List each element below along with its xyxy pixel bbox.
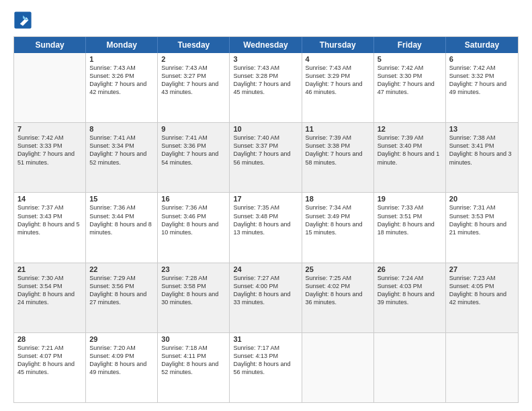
cell-info: Sunrise: 7:36 AMSunset: 3:46 PMDaylight:… [161,203,226,236]
calendar-row: 1 Sunrise: 7:43 AMSunset: 3:26 PMDayligh… [14,53,518,123]
calendar-cell: 31 Sunrise: 7:17 AMSunset: 4:13 PMDaylig… [230,333,302,402]
cell-info: Sunrise: 7:30 AMSunset: 3:54 PMDaylight:… [17,274,82,307]
header-day: Thursday [302,37,374,53]
cell-info: Sunrise: 7:41 AMSunset: 3:36 PMDaylight:… [161,134,226,167]
day-number: 9 [161,125,226,133]
cell-info: Sunrise: 7:38 AMSunset: 3:41 PMDaylight:… [449,134,515,167]
calendar-row: 28 Sunrise: 7:21 AMSunset: 4:07 PMDaylig… [14,333,518,402]
day-number: 31 [233,335,298,343]
cell-info: Sunrise: 7:42 AMSunset: 3:32 PMDaylight:… [449,64,515,97]
calendar-cell: 18 Sunrise: 7:34 AMSunset: 3:49 PMDaylig… [302,193,374,262]
calendar-row: 7 Sunrise: 7:42 AMSunset: 3:33 PMDayligh… [14,123,518,193]
cell-info: Sunrise: 7:20 AMSunset: 4:09 PMDaylight:… [89,344,154,377]
day-number: 16 [161,195,226,203]
calendar-cell: 4 Sunrise: 7:43 AMSunset: 3:29 PMDayligh… [302,53,374,122]
cell-info: Sunrise: 7:43 AMSunset: 3:27 PMDaylight:… [161,64,226,97]
day-number: 23 [161,265,226,273]
day-number: 26 [378,265,442,273]
day-number: 12 [378,125,442,133]
cell-info: Sunrise: 7:41 AMSunset: 3:34 PMDaylight:… [89,134,154,167]
calendar-cell: 13 Sunrise: 7:38 AMSunset: 3:41 PMDaylig… [446,123,518,192]
header [13,11,519,30]
header-day: Wednesday [230,37,302,53]
header-day: Sunday [14,37,86,53]
day-number: 14 [17,195,82,203]
cell-info: Sunrise: 7:43 AMSunset: 3:28 PMDaylight:… [233,64,298,97]
day-number: 15 [89,195,154,203]
header-day: Saturday [446,37,518,53]
cell-info: Sunrise: 7:43 AMSunset: 3:29 PMDaylight:… [306,64,370,97]
calendar-cell: 7 Sunrise: 7:42 AMSunset: 3:33 PMDayligh… [14,123,86,192]
calendar-cell [302,333,374,402]
cell-info: Sunrise: 7:25 AMSunset: 4:02 PMDaylight:… [306,274,370,307]
calendar-cell: 29 Sunrise: 7:20 AMSunset: 4:09 PMDaylig… [86,333,158,402]
cell-info: Sunrise: 7:29 AMSunset: 3:56 PMDaylight:… [89,274,154,307]
cell-info: Sunrise: 7:40 AMSunset: 3:37 PMDaylight:… [233,134,298,167]
calendar-cell: 26 Sunrise: 7:24 AMSunset: 4:03 PMDaylig… [374,263,446,332]
day-number: 27 [449,265,515,273]
day-number: 29 [89,335,154,343]
calendar-cell: 11 Sunrise: 7:39 AMSunset: 3:38 PMDaylig… [302,123,374,192]
day-number: 18 [306,195,370,203]
calendar-cell: 25 Sunrise: 7:25 AMSunset: 4:02 PMDaylig… [302,263,374,332]
calendar-cell: 30 Sunrise: 7:18 AMSunset: 4:11 PMDaylig… [158,333,230,402]
day-number: 8 [89,125,154,133]
cell-info: Sunrise: 7:18 AMSunset: 4:11 PMDaylight:… [161,344,226,377]
cell-info: Sunrise: 7:37 AMSunset: 3:43 PMDaylight:… [17,203,82,236]
calendar-cell: 22 Sunrise: 7:29 AMSunset: 3:56 PMDaylig… [86,263,158,332]
cell-info: Sunrise: 7:42 AMSunset: 3:30 PMDaylight:… [378,64,442,97]
cell-info: Sunrise: 7:39 AMSunset: 3:38 PMDaylight:… [306,134,370,167]
cell-info: Sunrise: 7:39 AMSunset: 3:40 PMDaylight:… [378,134,442,167]
cell-info: Sunrise: 7:34 AMSunset: 3:49 PMDaylight:… [306,203,370,236]
calendar-cell: 12 Sunrise: 7:39 AMSunset: 3:40 PMDaylig… [374,123,446,192]
cell-info: Sunrise: 7:33 AMSunset: 3:51 PMDaylight:… [378,203,442,236]
calendar-cell: 5 Sunrise: 7:42 AMSunset: 3:30 PMDayligh… [374,53,446,122]
cell-info: Sunrise: 7:31 AMSunset: 3:53 PMDaylight:… [449,203,515,236]
calendar: SundayMondayTuesdayWednesdayThursdayFrid… [13,36,519,403]
calendar-cell: 27 Sunrise: 7:23 AMSunset: 4:05 PMDaylig… [446,263,518,332]
calendar-cell: 6 Sunrise: 7:42 AMSunset: 3:32 PMDayligh… [446,53,518,122]
logo-icon [13,11,32,30]
calendar-cell: 17 Sunrise: 7:35 AMSunset: 3:48 PMDaylig… [230,193,302,262]
svg-rect-0 [14,11,31,28]
calendar-cell: 8 Sunrise: 7:41 AMSunset: 3:34 PMDayligh… [86,123,158,192]
calendar-cell: 23 Sunrise: 7:28 AMSunset: 3:58 PMDaylig… [158,263,230,332]
day-number: 25 [306,265,370,273]
cell-info: Sunrise: 7:43 AMSunset: 3:26 PMDaylight:… [89,64,154,97]
header-day: Monday [86,37,158,53]
day-number: 10 [233,125,298,133]
day-number: 19 [378,195,442,203]
cell-info: Sunrise: 7:28 AMSunset: 3:58 PMDaylight:… [161,274,226,307]
cell-info: Sunrise: 7:24 AMSunset: 4:03 PMDaylight:… [378,274,442,307]
calendar-cell [446,333,518,402]
day-number: 30 [161,335,226,343]
page: SundayMondayTuesdayWednesdayThursdayFrid… [0,0,532,411]
day-number: 28 [17,335,82,343]
calendar-header: SundayMondayTuesdayWednesdayThursdayFrid… [14,37,518,53]
calendar-cell: 20 Sunrise: 7:31 AMSunset: 3:53 PMDaylig… [446,193,518,262]
day-number: 21 [17,265,82,273]
header-day: Tuesday [158,37,230,53]
calendar-cell: 3 Sunrise: 7:43 AMSunset: 3:28 PMDayligh… [230,53,302,122]
day-number: 1 [89,55,154,63]
calendar-body: 1 Sunrise: 7:43 AMSunset: 3:26 PMDayligh… [14,53,518,402]
day-number: 5 [378,55,442,63]
cell-info: Sunrise: 7:35 AMSunset: 3:48 PMDaylight:… [233,203,298,236]
calendar-cell: 14 Sunrise: 7:37 AMSunset: 3:43 PMDaylig… [14,193,86,262]
header-day: Friday [374,37,446,53]
calendar-row: 21 Sunrise: 7:30 AMSunset: 3:54 PMDaylig… [14,263,518,333]
cell-info: Sunrise: 7:17 AMSunset: 4:13 PMDaylight:… [233,344,298,377]
day-number: 4 [306,55,370,63]
day-number: 6 [449,55,515,63]
calendar-cell: 10 Sunrise: 7:40 AMSunset: 3:37 PMDaylig… [230,123,302,192]
calendar-cell: 21 Sunrise: 7:30 AMSunset: 3:54 PMDaylig… [14,263,86,332]
calendar-cell: 16 Sunrise: 7:36 AMSunset: 3:46 PMDaylig… [158,193,230,262]
cell-info: Sunrise: 7:27 AMSunset: 4:00 PMDaylight:… [233,274,298,307]
cell-info: Sunrise: 7:36 AMSunset: 3:44 PMDaylight:… [89,203,154,236]
day-number: 3 [233,55,298,63]
calendar-cell: 1 Sunrise: 7:43 AMSunset: 3:26 PMDayligh… [86,53,158,122]
day-number: 20 [449,195,515,203]
day-number: 17 [233,195,298,203]
day-number: 24 [233,265,298,273]
calendar-cell: 19 Sunrise: 7:33 AMSunset: 3:51 PMDaylig… [374,193,446,262]
